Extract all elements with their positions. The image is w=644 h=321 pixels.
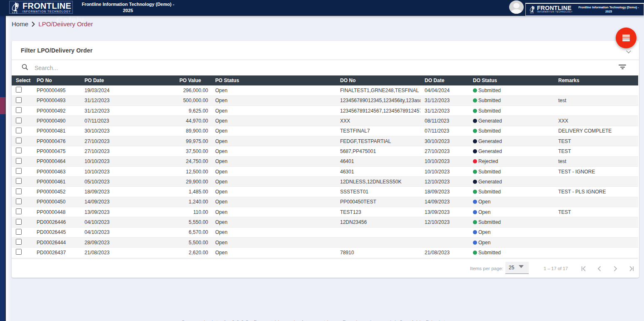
svg-text:LLC: LLC: [12, 11, 18, 14]
svg-text:LLC: LLC: [530, 12, 534, 13]
